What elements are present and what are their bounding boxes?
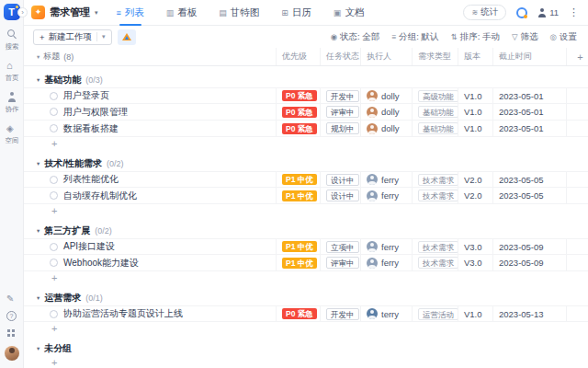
priority-badge[interactable]: P1 中优 xyxy=(282,190,317,201)
assignee-name[interactable]: dolly xyxy=(381,91,400,101)
sidebar-item-collab[interactable]: 协作 xyxy=(5,92,19,114)
task-title[interactable]: API接口建设 xyxy=(63,240,115,253)
table-row[interactable]: API接口建设P1 中优立项中ferry技术需求V3.02023-05-09 xyxy=(24,238,588,255)
new-work-item-button[interactable]: + 新建工作项 ▾ xyxy=(33,29,112,45)
rail-expand-button[interactable]: › xyxy=(17,7,28,17)
assignee-name[interactable]: ferry xyxy=(381,175,399,185)
sidebar-item-search[interactable]: 搜索 xyxy=(5,29,19,52)
table-row[interactable]: 列表性能优化P1 中优设计中ferry技术需求V2.02023-05-05 xyxy=(24,171,588,188)
task-checkbox[interactable] xyxy=(50,310,58,318)
assignee-name[interactable]: dolly xyxy=(381,107,400,117)
table-row[interactable]: 协助运营活动专题页设计上线P0 紧急开发中terry运营活动V1.02023-0… xyxy=(24,305,588,322)
user-avatar[interactable] xyxy=(5,346,19,361)
task-title[interactable]: 列表性能优化 xyxy=(63,173,119,186)
caret-down-icon[interactable]: ▾ xyxy=(37,294,40,302)
group-header[interactable]: ▾第三方扩展(0/2) xyxy=(24,223,588,238)
tab-日历[interactable]: ⊞日历 xyxy=(281,0,311,26)
filter-group[interactable]: ≡分组: 默认 xyxy=(391,31,438,43)
add-task-row[interactable]: + xyxy=(24,271,588,284)
table-row[interactable]: 自动缓存机制优化P1 中优设计中ferry技术需求V2.02023-05-05 xyxy=(24,188,588,204)
collapse-all-icon[interactable]: ▾ xyxy=(37,53,40,61)
priority-badge[interactable]: P1 中优 xyxy=(282,174,317,185)
add-task-row[interactable]: + xyxy=(24,204,588,217)
status-chip[interactable]: 评审中 xyxy=(326,257,359,269)
task-title[interactable]: Webhook能力建设 xyxy=(63,257,139,270)
task-checkbox[interactable] xyxy=(50,108,58,116)
status-chip[interactable]: 评审中 xyxy=(326,106,359,118)
filter-filter[interactable]: ▽筛选 xyxy=(512,31,538,43)
caret-down-icon[interactable]: ▾ xyxy=(37,76,40,84)
caret-down-icon[interactable]: ▾ xyxy=(37,227,40,235)
group-header[interactable]: ▾未分组 xyxy=(24,340,588,356)
assignee-name[interactable]: dolly xyxy=(381,123,400,133)
status-chip[interactable]: 规划中 xyxy=(326,122,359,134)
priority-badge[interactable]: P1 中优 xyxy=(282,258,317,269)
task-checkbox[interactable] xyxy=(50,124,58,132)
caret-down-icon[interactable]: ▾ xyxy=(37,160,40,167)
priority-badge[interactable]: P1 中优 xyxy=(282,241,317,252)
task-checkbox[interactable] xyxy=(50,191,58,200)
status-chip[interactable]: 立项中 xyxy=(326,241,359,253)
group-header[interactable]: ▾基础功能(0/3) xyxy=(24,72,588,87)
status-chip[interactable]: 开发中 xyxy=(326,308,359,320)
assignee-name[interactable]: ferry xyxy=(381,258,399,268)
more-menu-icon[interactable]: ⋮ xyxy=(569,7,579,17)
filter-status[interactable]: ◉状态: 全部 xyxy=(331,31,380,43)
priority-badge[interactable]: P0 紧急 xyxy=(282,308,317,319)
assignee-name[interactable]: ferry xyxy=(381,190,399,201)
title-column-header[interactable]: ▾ 标题 (8) xyxy=(24,48,276,65)
sidebar-item-home[interactable]: 首页 xyxy=(5,61,19,83)
add-task-row[interactable]: + xyxy=(24,356,588,368)
task-title[interactable]: 用户登录页 xyxy=(63,89,109,102)
assignee-name[interactable]: ferry xyxy=(381,242,399,252)
tab-文档[interactable]: ▣文档 xyxy=(334,0,365,26)
priority-badge[interactable]: P0 紧急 xyxy=(282,107,317,118)
help-icon[interactable] xyxy=(6,311,17,321)
tab-看板[interactable]: ▥看板 xyxy=(166,0,198,26)
group-header[interactable]: ▾技术/性能需求(0/2) xyxy=(24,155,588,171)
edit-icon[interactable] xyxy=(6,293,17,304)
type-chip[interactable]: 技术需求 xyxy=(418,241,458,253)
apps-icon[interactable] xyxy=(6,328,17,339)
task-checkbox[interactable] xyxy=(50,243,58,251)
table-row[interactable]: 数据看板搭建P0 紧急规划中dolly基础功能V1.02023-05-01 xyxy=(24,121,588,137)
status-chip[interactable]: 开发中 xyxy=(326,90,359,102)
type-chip[interactable]: 基础功能 xyxy=(418,122,458,134)
group-header[interactable]: ▾运营需求(0/1) xyxy=(24,290,588,305)
filter-settings[interactable]: ◎设置 xyxy=(550,31,577,43)
filter-sort[interactable]: ⇅排序: 手动 xyxy=(451,31,500,43)
template-button[interactable] xyxy=(118,29,136,45)
priority-badge[interactable]: P0 紧急 xyxy=(282,90,317,101)
stats-button[interactable]: ≋ 统计 xyxy=(463,5,506,20)
type-chip[interactable]: 运营活动 xyxy=(418,308,458,320)
task-checkbox[interactable] xyxy=(50,176,58,184)
priority-badge[interactable]: P0 紧急 xyxy=(282,123,317,134)
status-chip[interactable]: 设计中 xyxy=(326,174,359,186)
task-checkbox[interactable] xyxy=(50,259,58,267)
caret-down-icon[interactable]: ▾ xyxy=(37,345,40,352)
assistant-icon[interactable] xyxy=(516,7,527,18)
task-title[interactable]: 用户与权限管理 xyxy=(63,106,128,119)
type-chip[interactable]: 技术需求 xyxy=(418,257,458,269)
status-chip[interactable]: 设计中 xyxy=(326,190,359,201)
add-task-row[interactable]: + xyxy=(24,322,588,335)
task-checkbox[interactable] xyxy=(50,92,58,100)
type-chip[interactable]: 高级功能 xyxy=(418,90,458,102)
type-chip[interactable]: 技术需求 xyxy=(418,174,458,186)
tab-列表[interactable]: ≡列表 xyxy=(117,0,144,26)
type-chip[interactable]: 基础功能 xyxy=(418,106,458,118)
project-switcher[interactable]: ✦ 需求管理 ▾ xyxy=(31,6,98,19)
type-chip[interactable]: 技术需求 xyxy=(418,190,458,201)
tab-甘特图[interactable]: ▤甘特图 xyxy=(219,0,259,26)
task-title[interactable]: 协助运营活动专题页设计上线 xyxy=(63,307,183,320)
table-row[interactable]: Webhook能力建设P1 中优评审中ferry技术需求V3.02023-05-… xyxy=(24,255,588,271)
table-row[interactable]: 用户与权限管理P0 紧急评审中dolly基础功能V1.02023-05-01 xyxy=(24,104,588,121)
table-row[interactable]: 用户登录页P0 紧急开发中dolly高级功能V1.02023-05-01 xyxy=(24,87,588,104)
members-button[interactable]: 11 xyxy=(537,7,559,17)
task-title[interactable]: 自动缓存机制优化 xyxy=(63,190,137,202)
add-task-row[interactable]: + xyxy=(24,137,588,150)
add-column-button[interactable]: + xyxy=(566,48,588,65)
assignee-name[interactable]: terry xyxy=(381,309,399,319)
sidebar-item-space[interactable]: 空间 xyxy=(5,123,19,145)
task-title[interactable]: 数据看板搭建 xyxy=(63,122,119,135)
